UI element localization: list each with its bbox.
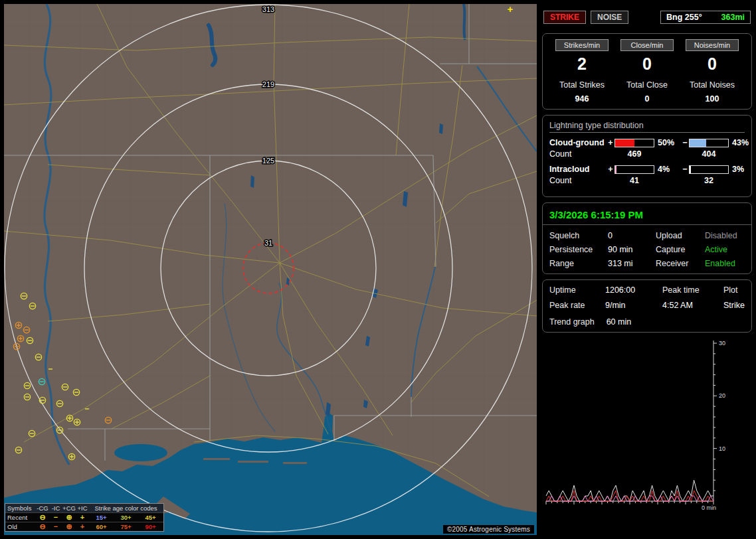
legend-header-row: Symbols -CG -IC +CG +IC Strike age color… xyxy=(5,504,163,512)
cg-count-row: Count 469 404 xyxy=(549,149,745,159)
rate-counters-group: Strikes/min Close/min Noises/min 2 0 0 T… xyxy=(542,33,752,110)
total-close-label: Total Close xyxy=(614,80,680,90)
ic-positive-pct: 4% xyxy=(654,165,681,174)
map-canvas[interactable]: 31321912531+ xyxy=(4,4,537,535)
svg-text:30: 30 xyxy=(719,340,725,346)
copyright-notice: ©2005 Astrogenic Systems xyxy=(443,525,534,534)
circle-minus-icon: ⊖ xyxy=(36,522,49,531)
circle-minus-icon: ⊖ xyxy=(36,513,49,522)
upload-status: Disabled xyxy=(705,231,745,240)
plus-icon: + xyxy=(76,522,89,531)
peak-time-value: 4:52 AM xyxy=(662,301,723,310)
close-per-min-button[interactable]: Close/min xyxy=(620,39,674,51)
persistence-label: Persistence xyxy=(549,245,608,254)
cg-negative-bar xyxy=(689,139,729,147)
cg-negative-pct: 43% xyxy=(729,138,751,147)
svg-text:125: 125 xyxy=(262,157,274,165)
upload-label: Upload xyxy=(656,231,705,240)
cg-positive-count: 469 xyxy=(614,149,654,159)
ic-negative-bar xyxy=(689,165,729,174)
cg-negative-count: 404 xyxy=(689,149,729,159)
svg-text:20: 20 xyxy=(719,392,725,399)
age-60: 60+ xyxy=(89,522,114,531)
noises-per-min-value: 0 xyxy=(680,54,745,74)
ic-positive-bar xyxy=(614,165,654,174)
capture-label: Capture xyxy=(656,245,705,254)
age-75: 75+ xyxy=(114,522,138,531)
distribution-row-cloud-ground: Cloud-ground + 50% − 43% xyxy=(549,138,745,147)
legend-col-neg-cg: -CG xyxy=(36,504,49,512)
squelch-value: 0 xyxy=(608,231,656,240)
svg-text:0 min: 0 min xyxy=(702,504,716,510)
noise-toggle-button[interactable]: NOISE xyxy=(591,11,628,24)
receiver-label: Receiver xyxy=(656,259,705,268)
plus-sign: + xyxy=(607,165,614,174)
legend: Symbols -CG -IC +CG +IC Strike age color… xyxy=(5,503,164,532)
svg-text:31: 31 xyxy=(264,239,272,247)
svg-text:313: 313 xyxy=(262,5,274,13)
stats-group: Uptime 1206:00 Peak time Plot Peak rate … xyxy=(542,279,752,333)
uptime-value: 1206:00 xyxy=(605,285,662,295)
divider xyxy=(543,224,751,225)
range-label: Range xyxy=(549,259,608,268)
age-15: 15+ xyxy=(89,513,114,522)
receiver-status: Enabled xyxy=(705,259,745,268)
cloud-ground-label: Cloud-ground xyxy=(549,138,607,147)
minus-sign: − xyxy=(681,165,689,174)
map-area: 31321912531+ Symbols -CG -IC +CG +IC Str… xyxy=(4,4,537,535)
strikes-per-min-button[interactable]: Strikes/min xyxy=(555,39,609,51)
legend-old-label: Old xyxy=(5,522,36,531)
age-45: 45+ xyxy=(138,513,163,522)
legend-col-pos-cg: +CG xyxy=(62,504,76,512)
peak-time-label: Peak time xyxy=(662,285,723,295)
ic-negative-count: 32 xyxy=(689,176,729,185)
peak-rate-label: Peak rate xyxy=(549,301,605,310)
trend-graph-label: Trend graph xyxy=(549,317,595,327)
minus-icon: − xyxy=(49,513,62,522)
legend-col-pos-ic: +IC xyxy=(76,504,89,512)
plus-sign: + xyxy=(607,138,614,147)
svg-text:10: 10 xyxy=(719,445,725,452)
uptime-label: Uptime xyxy=(549,285,605,295)
age-90: 90+ xyxy=(138,522,163,531)
plus-icon: + xyxy=(76,513,89,522)
strike-toggle-button[interactable]: STRIKE xyxy=(543,11,586,24)
datetime-display: 3/3/2026 6:15:19 PM xyxy=(549,209,745,220)
total-noises-value: 100 xyxy=(680,94,745,104)
svg-text:+: + xyxy=(508,4,514,15)
capture-status: Active xyxy=(705,245,745,254)
plot-mode-value[interactable]: Strike xyxy=(723,301,745,310)
legend-recent-row: Recent ⊖ − ⊕ + 15+ 30+ 45+ xyxy=(5,512,163,522)
count-label: Count xyxy=(549,149,607,159)
noises-per-min-button[interactable]: Noises/min xyxy=(686,39,739,51)
ic-negative-pct: 3% xyxy=(729,165,751,174)
minus-icon: − xyxy=(49,522,62,531)
trend-chart-plot: 1020300 min xyxy=(543,338,743,510)
cg-positive-bar xyxy=(614,139,654,147)
status-group: 3/3/2026 6:15:19 PM Squelch 0 Upload Dis… xyxy=(542,202,752,274)
topbar: STRIKE NOISE Bng 255° 363mi xyxy=(543,9,751,25)
legend-symbols-header: Symbols xyxy=(5,504,36,512)
trend-window-value: 60 min xyxy=(607,317,632,327)
age-30: 30+ xyxy=(114,513,138,522)
plot-label: Plot xyxy=(723,285,745,295)
legend-age-header: Strike age color codes xyxy=(89,504,163,512)
legend-old-row: Old ⊖ − ⊕ + 60+ 75+ 90+ xyxy=(5,522,163,531)
count-label: Count xyxy=(549,176,607,185)
bearing-readout: Bng 255° 363mi xyxy=(660,11,751,24)
distribution-title: Lightning type distribution xyxy=(549,121,745,133)
total-strikes-label: Total Strikes xyxy=(549,80,614,90)
bearing-label: Bng 255° xyxy=(666,13,702,22)
circle-plus-icon: ⊕ xyxy=(62,522,76,531)
right-panel: STRIKE NOISE Bng 255° 363mi Strikes/min … xyxy=(542,4,752,535)
peak-rate-value: 9/min xyxy=(605,301,662,310)
ic-count-row: Count 41 32 xyxy=(549,176,745,185)
range-value: 313 mi xyxy=(608,259,656,268)
total-strikes-value: 946 xyxy=(549,94,614,104)
persistence-value: 90 min xyxy=(608,245,656,254)
minus-sign: − xyxy=(681,138,689,147)
total-close-value: 0 xyxy=(614,94,680,104)
legend-col-neg-ic: -IC xyxy=(49,504,62,512)
ic-positive-count: 41 xyxy=(614,176,654,185)
intracloud-label: Intracloud xyxy=(549,165,607,174)
